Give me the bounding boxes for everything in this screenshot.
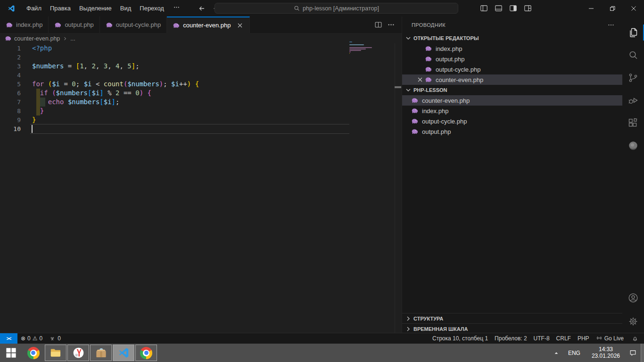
taskbar-yandex-3-button[interactable] [67,345,89,361]
code-line-3[interactable]: 3$numbers = [1, 2, 3, 4, 5]; [0,62,402,71]
menu-правка[interactable]: Правка [46,0,75,16]
menu-вид[interactable]: Вид [116,0,136,16]
line-number: 3 [0,62,21,71]
open-editor-output-cycle.php[interactable]: output-cycle.php [402,64,622,74]
line-number: 6 [0,89,21,98]
action-center-icon[interactable] [625,349,641,357]
open-editor-index.php[interactable]: index.php [402,43,622,54]
code-line-6[interactable]: 6 if ($numbers[$i] % 2 == 0) { [0,89,402,98]
code-line-10[interactable]: 10 [0,124,402,133]
taskbar-chrome-1-button[interactable] [22,344,44,362]
activity-edge-devtools-icon[interactable] [622,134,644,157]
tree-item-output-cycle.php[interactable]: output-cycle.php [402,116,622,126]
vscode-logo-icon [7,4,16,13]
close-tab-icon[interactable] [236,22,244,29]
taskbar-chrome-6-button[interactable] [135,345,157,361]
editor-more-actions-icon[interactable] [387,21,395,29]
tab-output-cycle.php[interactable]: output-cycle.php [100,16,167,33]
breadcrumb-ellipsis[interactable]: ... [70,35,75,42]
tab-bar: index.phpoutput.phpoutput-cycle.phpcount… [0,16,402,33]
tree-item-output.php[interactable]: output.php [402,126,622,137]
error-icon: ⊗ [21,335,25,342]
tray-show-hidden-icons[interactable] [551,351,561,355]
breadcrumb-file[interactable]: counter-even.php [14,35,60,42]
open-editors-section-header[interactable]: ОТКРЫТЫЕ РЕДАКТОРЫ [402,33,622,43]
show-desktop-button[interactable] [641,344,644,362]
code-line-2[interactable]: 2 [0,53,402,62]
activity-extensions-icon[interactable] [622,112,644,134]
go-live-button[interactable]: Go Live [593,333,627,344]
tab-index.php[interactable]: index.php [0,16,49,33]
minimap-line [349,49,366,49]
taskbar-boxapp-4-button[interactable] [90,345,112,361]
menu-more-icon[interactable] [168,4,185,13]
file-name: output-cycle.php [436,66,480,73]
activity-search-icon[interactable] [622,44,644,66]
code-line-5[interactable]: 5for ($i = 0; $i < count($numbers); $i++… [0,80,402,89]
notifications-bell-icon[interactable] [629,333,641,344]
tray-clock[interactable]: 14:33 23.01.2026 [587,346,625,359]
open-editor-counter-even.php[interactable]: counter-even.php [402,74,622,85]
restore-button[interactable] [602,0,623,16]
problems-indicator[interactable]: ⊗0 ⚠0 [17,333,46,344]
outline-section-header[interactable]: СТРУКТУРА [402,313,622,324]
remote-indicator[interactable]: >< [0,333,17,344]
php-file-icon [54,21,62,29]
open-editors-list: index.phpoutput.phpoutput-cycle.phpcount… [402,43,622,85]
taskbar-vscode-5-button[interactable] [113,345,134,361]
status-cursor-position[interactable]: Строка 10, столбец 1 [429,333,491,344]
menu-файл[interactable]: Файл [22,0,46,16]
chevron-down-icon [405,34,412,42]
status-language-mode[interactable]: PHP [574,333,593,344]
line-number: 1 [0,44,21,53]
php-file-icon [425,55,432,63]
back-arrow-icon[interactable] [198,5,206,12]
minimap[interactable] [349,41,376,56]
split-editor-icon[interactable] [374,21,382,29]
minimap-line [349,51,351,52]
activity-settings-icon[interactable] [622,310,644,333]
tab-counter-even.php[interactable]: counter-even.php [167,16,250,33]
tab-label: counter-even.php [183,22,231,29]
file-name: counter-even.php [436,76,483,83]
status-eol[interactable]: CRLF [553,333,574,344]
open-editor-output.php[interactable]: output.php [402,54,622,64]
radio-tower-icon [49,335,56,342]
close-button[interactable] [623,0,644,16]
explorer-more-actions-icon[interactable] [607,21,615,29]
close-editor-icon[interactable] [416,76,424,83]
minimap-line [349,41,352,42]
code-line-4[interactable]: 4 [0,71,402,80]
minimize-button[interactable] [580,0,602,16]
ports-indicator[interactable]: 0 [46,333,64,344]
customize-layout-icon[interactable] [524,4,532,12]
broadcast-icon [596,335,603,342]
activity-source-control-icon[interactable] [622,66,644,89]
code-line-8[interactable]: 8 } [0,107,402,115]
taskbar-explorer-2-button[interactable] [45,345,66,361]
menu-переход[interactable]: Переход [135,0,168,16]
code-line-7[interactable]: 7 echo $numbers[$i]; [0,98,402,107]
code-editor[interactable]: 1<?php23$numbers = [1, 2, 3, 4, 5];45for… [0,44,402,333]
activity-run-debug-icon[interactable] [622,89,644,112]
taskbar-start-button[interactable] [0,344,22,362]
tray-language-indicator[interactable]: ENG [561,350,587,356]
close-slot [416,66,424,73]
activity-explorer-icon[interactable] [622,21,644,44]
menu-выделение[interactable]: Выделение [75,0,116,16]
activity-account-icon[interactable] [622,287,644,309]
command-center-search[interactable]: php-lesson [Администратор] [215,3,458,14]
breadcrumb[interactable]: counter-even.php ... [0,33,402,44]
folder-section-header[interactable]: PHP-LESSON [402,85,622,95]
tab-output.php[interactable]: output.php [49,16,99,33]
toggle-secondary-sidebar-icon[interactable] [509,4,517,12]
toggle-panel-icon[interactable] [495,4,503,12]
php-file-icon [6,21,13,29]
tree-item-counter-even.php[interactable]: counter-even.php [402,95,622,106]
toggle-sidebar-icon[interactable] [480,4,488,12]
tree-item-index.php[interactable]: index.php [402,106,622,116]
status-indentation[interactable]: Пробелов: 2 [491,333,530,344]
status-encoding[interactable]: UTF-8 [530,333,553,344]
code-line-1[interactable]: 1<?php [0,44,402,53]
code-line-9[interactable]: 9} [0,115,402,124]
